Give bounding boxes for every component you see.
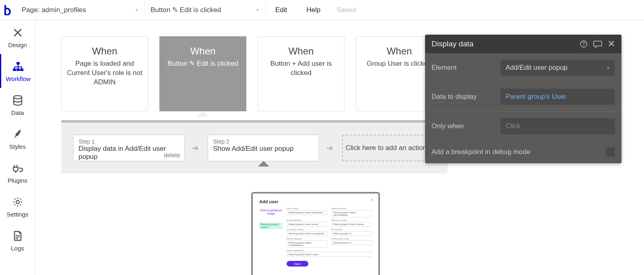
chevron-down-icon: ▼: [606, 66, 610, 70]
preview-field: Email addressParent group's User's email: [287, 219, 327, 227]
preview-field: Home addressParent group's User's homeAd…: [287, 237, 327, 248]
panel-header[interactable]: Display data ?: [425, 35, 621, 53]
preview-tag: Parent group's User's: [259, 223, 283, 229]
step-text: Show Add/Edit user popup: [213, 145, 314, 153]
chevron-down-icon: ▼: [135, 8, 139, 12]
sidebar-item-label: Workflow: [6, 75, 30, 82]
arrow-right-icon: ➔: [326, 143, 335, 153]
step-card-2[interactable]: Step 2 Show Add/Edit user popup: [208, 135, 319, 161]
step-label: Step 2: [213, 138, 314, 145]
plug-icon: [11, 162, 24, 175]
brush-icon: [11, 128, 24, 141]
svg-point-5: [16, 200, 19, 204]
close-icon[interactable]: [608, 40, 615, 48]
event-when: When: [387, 46, 412, 57]
chevron-down-icon: ▼: [256, 8, 260, 12]
sidebar-item-label: Design: [8, 42, 27, 48]
file-icon: [11, 229, 24, 242]
preview-field: Second nameParent group's User's secondN…: [331, 207, 372, 217]
event-card[interactable]: When Button + Add user is clicked: [258, 36, 345, 111]
delete-step-button[interactable]: delete: [164, 152, 180, 158]
top-bar: Page: admin_profiles ▼ Button ✎ Edit is …: [0, 0, 644, 20]
preview-field: Phone numberParent group's User's phone: [331, 219, 372, 227]
panel-label: Data to display: [431, 93, 496, 101]
event-desc: Group User is clicked: [367, 59, 432, 69]
gear-icon: [11, 196, 24, 208]
data-expression-input[interactable]: Parent group's User: [501, 89, 615, 105]
event-dropdown-label: Button ✎ Edit is clicked: [151, 6, 221, 14]
arrow-right-icon: ➔: [192, 143, 200, 153]
only-when-input[interactable]: Click: [501, 118, 615, 134]
sidebar-item-label: Settings: [6, 211, 28, 218]
sidebar-item-data[interactable]: Data: [0, 88, 35, 122]
event-card[interactable]: When Page is loaded and Current User's r…: [61, 36, 148, 111]
breakpoint-checkbox[interactable]: [605, 147, 615, 157]
event-dropdown[interactable]: Button ✎ Edit is clicked ▼: [145, 0, 266, 20]
preview-field: Home post codeParent group's U: [331, 237, 372, 248]
svg-text:?: ?: [582, 41, 585, 47]
event-when: When: [289, 46, 314, 57]
panel-row-onlywhen: Only when Click: [425, 112, 621, 141]
sidebar-item-label: Styles: [9, 143, 26, 150]
preview-field: First nameParent group's User's firstNam…: [287, 207, 327, 217]
sidebar: Design Workflow Data Styles Plugins Sett…: [0, 20, 35, 275]
event-card-selected[interactable]: When Button ✎ Edit is clicked: [159, 36, 246, 111]
page-dropdown[interactable]: Page: admin_profiles ▼: [16, 0, 145, 20]
sidebar-item-design[interactable]: Design: [0, 20, 35, 54]
sidebar-item-styles[interactable]: Styles: [0, 122, 35, 156]
close-icon[interactable]: ✕: [370, 198, 374, 202]
page-dropdown-label: Page: admin_profiles: [22, 6, 86, 14]
design-icon: [11, 26, 24, 39]
sidebar-item-workflow[interactable]: Workflow: [0, 54, 35, 88]
element-select[interactable]: Add/Edit user popup ▼: [501, 60, 615, 76]
preview-field: Notes (optional)Parent group's User's no…: [287, 249, 372, 257]
panel-row-element: Element Add/Edit user popup ▼: [425, 53, 621, 82]
step-label: Step 1: [78, 138, 180, 145]
svg-rect-1: [13, 69, 16, 71]
svg-rect-2: [17, 69, 20, 71]
sidebar-item-plugins[interactable]: Plugins: [0, 156, 35, 190]
panel-title: Display data: [431, 40, 474, 48]
add-action-button[interactable]: Click here to add an action...: [342, 135, 436, 161]
property-panel[interactable]: Display data ? Element Add/Edit user pop…: [425, 35, 621, 163]
preview-save-button[interactable]: Save: [287, 261, 308, 267]
bubble-logo[interactable]: [0, 0, 16, 20]
upload-image-button[interactable]: Click to upload an image: [259, 207, 283, 219]
element-select-value: Add/Edit user popup: [506, 64, 568, 72]
panel-row-breakpoint: Add a breakpoint in debug mode: [425, 141, 621, 163]
svg-rect-0: [17, 62, 20, 65]
preview-field: Company nameParent group's User's compan…: [287, 228, 327, 236]
workflow-icon: [12, 60, 25, 73]
sidebar-item-label: Data: [11, 109, 24, 116]
preview-title: Add user: [259, 199, 372, 204]
event-desc: Button + Add user is clicked: [263, 59, 339, 78]
edit-menu[interactable]: Edit: [266, 6, 297, 14]
sidebar-item-label: Logs: [11, 245, 24, 252]
sidebar-item-settings[interactable]: Settings: [0, 190, 35, 223]
database-icon: [11, 94, 24, 107]
help-menu[interactable]: Help: [297, 6, 330, 14]
panel-label: Element: [431, 64, 496, 72]
panel-label: Only when: [431, 122, 496, 130]
actions-strip: Step 1 Display data in Add/Edit user pop…: [61, 123, 448, 173]
comment-icon[interactable]: [593, 40, 602, 48]
panel-row-data: Data to display Parent group's User: [425, 82, 621, 112]
sidebar-item-label: Plugins: [8, 177, 27, 184]
event-desc: Page is loaded and Current User's role i…: [66, 59, 143, 87]
event-when: When: [92, 46, 118, 57]
sidebar-item-logs[interactable]: Logs: [0, 223, 35, 257]
event-desc: Button ✎ Edit is clicked: [167, 59, 238, 69]
panel-label: Add a breakpoint in debug mode: [431, 148, 601, 156]
popup-preview: Add user ✕ Click to upload an image Pare…: [251, 192, 380, 275]
svg-point-4: [14, 96, 22, 99]
help-icon[interactable]: ?: [580, 40, 588, 48]
event-when: When: [190, 46, 216, 57]
step-card-1[interactable]: Step 1 Display data in Add/Edit user pop…: [73, 135, 185, 161]
svg-rect-3: [20, 69, 23, 71]
preview-field: ID numberParent group's U: [331, 228, 372, 236]
save-status: Saved: [330, 6, 356, 14]
